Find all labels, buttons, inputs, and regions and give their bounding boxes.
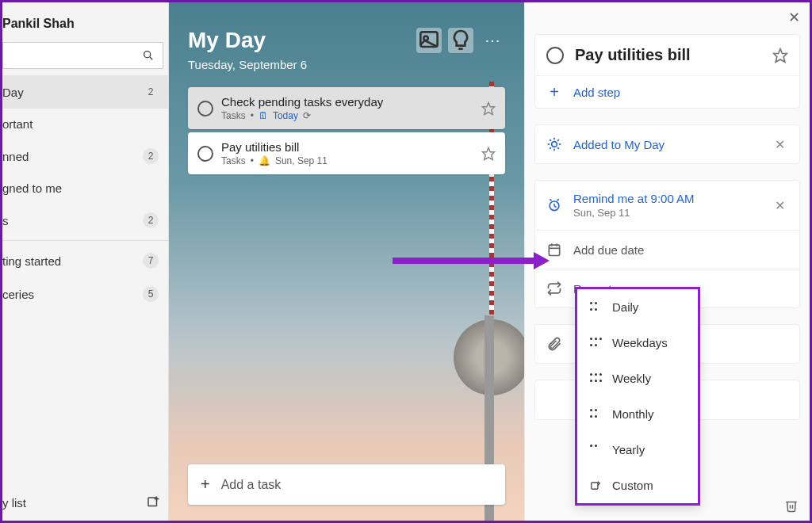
sidebar-item-groceries[interactable]: ceries5	[2, 277, 168, 311]
svg-marker-8	[483, 102, 495, 114]
svg-line-17	[557, 147, 559, 149]
sidebar-item-planned[interactable]: nned2	[2, 139, 168, 173]
bell-icon: 🔔	[259, 155, 270, 166]
sidebar: Pankil Shah Day2 ortant nned2 gned to me…	[2, 2, 169, 521]
dots-icon	[590, 373, 601, 384]
user-name: Pankil Shah	[2, 2, 168, 42]
svg-rect-25	[549, 245, 559, 255]
attachment-icon	[546, 336, 562, 352]
svg-line-24	[557, 200, 559, 201]
repeat-option-weekly[interactable]: Weekly	[577, 361, 698, 396]
task-row[interactable]: Pay utilities bill Tasks • 🔔Sun, Sep 11	[188, 132, 505, 174]
add-step-button[interactable]: + Add step	[535, 76, 799, 108]
new-list-icon[interactable]	[146, 495, 160, 510]
date-subtitle: Tuesday, September 6	[188, 58, 505, 71]
dots-icon	[590, 338, 601, 349]
repeat-option-monthly[interactable]: Monthly	[577, 396, 698, 432]
repeat-icon: ⟳	[303, 110, 311, 121]
sidebar-footer-label[interactable]: y list	[2, 496, 26, 510]
reminder-row[interactable]: Remind me at 9:00 AMSun, Sep 11 ✕	[535, 181, 799, 231]
star-icon[interactable]	[481, 147, 496, 161]
svg-line-16	[550, 139, 551, 141]
svg-line-23	[550, 200, 552, 201]
repeat-icon	[546, 281, 562, 296]
remove-icon[interactable]: ✕	[772, 137, 788, 152]
svg-line-18	[550, 147, 551, 149]
svg-line-22	[554, 206, 557, 208]
nav-list: Day2 ortant nned2 gned to me s2 ting sta…	[2, 75, 168, 487]
calendar-icon: 🗓	[259, 110, 268, 121]
custom-icon	[590, 480, 601, 491]
complete-circle-icon[interactable]	[197, 146, 213, 162]
dots-icon	[590, 409, 601, 420]
delete-icon[interactable]	[784, 498, 799, 513]
repeat-option-yearly[interactable]: Yearly	[577, 432, 698, 468]
due-date-row[interactable]: Add due date	[535, 231, 799, 269]
sidebar-item-important[interactable]: ortant	[2, 109, 168, 139]
star-icon[interactable]	[772, 48, 788, 63]
svg-line-1	[150, 57, 152, 59]
sidebar-item-my-day[interactable]: Day2	[2, 75, 168, 109]
svg-rect-31	[592, 482, 598, 488]
complete-circle-icon[interactable]	[546, 47, 564, 64]
sidebar-item-tasks[interactable]: s2	[2, 204, 168, 237]
svg-marker-9	[483, 147, 495, 159]
my-day-row[interactable]: Added to My Day ✕	[535, 125, 799, 163]
plus-icon: +	[201, 475, 210, 494]
page-title: My Day	[188, 28, 266, 53]
repeat-menu: Daily Weekdays Weekly Monthly Yearly Cus…	[575, 287, 700, 506]
repeat-option-daily[interactable]: Daily	[577, 289, 698, 325]
annotation-arrow	[393, 258, 535, 264]
plus-icon: +	[546, 84, 562, 100]
sidebar-item-getting-started[interactable]: ting started7	[2, 244, 168, 277]
search-icon	[142, 49, 155, 62]
search-input[interactable]	[2, 42, 163, 69]
detail-title[interactable]: Pay utilities bill	[575, 46, 761, 64]
more-icon[interactable]: ⋯	[480, 31, 505, 50]
dots-icon	[590, 302, 601, 313]
task-row[interactable]: Check pending tasks everyday Tasks • 🗓To…	[188, 87, 505, 129]
dots-icon	[590, 445, 601, 456]
sun-icon	[546, 136, 562, 152]
svg-marker-10	[774, 48, 787, 62]
sidebar-item-assigned[interactable]: gned to me	[2, 173, 168, 204]
svg-point-11	[552, 142, 557, 147]
add-task-input[interactable]: + Add a task	[188, 464, 505, 505]
suggestions-icon[interactable]	[448, 28, 473, 53]
complete-circle-icon[interactable]	[197, 101, 213, 116]
remove-icon[interactable]: ✕	[772, 198, 788, 213]
repeat-option-custom[interactable]: Custom	[577, 468, 698, 503]
close-icon[interactable]: ✕	[788, 9, 800, 26]
repeat-option-weekdays[interactable]: Weekdays	[577, 325, 698, 361]
alarm-icon	[546, 197, 562, 213]
star-icon[interactable]	[481, 101, 496, 116]
svg-point-0	[144, 52, 151, 58]
svg-line-19	[557, 139, 559, 141]
theme-icon[interactable]	[416, 28, 442, 53]
